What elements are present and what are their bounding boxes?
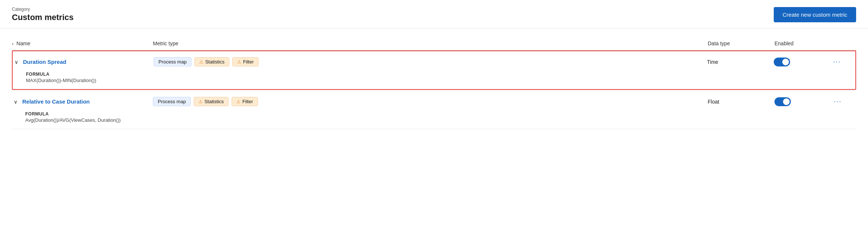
- more-btn-relative-case-duration[interactable]: ···: [834, 98, 843, 105]
- more-actions-relative-case-duration: ···: [834, 98, 856, 105]
- tag-process-map-1-label: Process map: [158, 99, 186, 104]
- warn-icon-filter-0: ⚠: [237, 59, 241, 65]
- col-name-header: › Name: [12, 40, 153, 46]
- row-name-cell-duration-spread: ∨ Duration Spread: [13, 59, 154, 65]
- table-header: › Name Metric type Data type Enabled: [12, 37, 856, 50]
- tag-statistics-1-label: Statistics: [204, 99, 224, 104]
- col-enabled-label: Enabled: [774, 40, 834, 46]
- tag-filter-0-label: Filter: [243, 59, 254, 65]
- warn-icon-statistics-0: ⚠: [199, 59, 203, 65]
- tag-process-map-1: Process map: [153, 97, 191, 106]
- chevron-expand-duration-spread[interactable]: ∨: [13, 59, 20, 65]
- row-main-relative-case-duration: ∨ Relative to Case Duration Process map …: [12, 91, 856, 110]
- page-header: Category Custom metrics Create new custo…: [0, 0, 868, 29]
- row-group-relative-case-duration: ∨ Relative to Case Duration Process map …: [12, 91, 856, 129]
- metric-name-relative-case-duration[interactable]: Relative to Case Duration: [22, 98, 90, 105]
- toggle-duration-spread[interactable]: [774, 58, 790, 66]
- warn-icon-statistics-1: ⚠: [199, 99, 203, 104]
- page-title: Custom metrics: [12, 13, 73, 22]
- tag-statistics-0-label: Statistics: [205, 59, 225, 65]
- toggle-relative-case-duration[interactable]: [774, 97, 791, 106]
- chevron-expand-relative-case-duration[interactable]: ∨: [12, 99, 19, 105]
- row-detail-duration-spread: FORMULA MAX(Duration())-MIN(Duration()): [13, 70, 855, 89]
- col-metric-type-label: Metric type: [153, 40, 708, 46]
- category-label: Category: [12, 7, 73, 12]
- data-type-relative-case-duration: Float: [708, 99, 774, 105]
- more-actions-duration-spread: ···: [833, 58, 855, 66]
- more-btn-duration-spread[interactable]: ···: [833, 58, 842, 66]
- metric-name-duration-spread[interactable]: Duration Spread: [23, 59, 66, 65]
- tag-statistics-1: ⚠ Statistics: [194, 97, 229, 106]
- tag-process-map-0-label: Process map: [158, 59, 187, 65]
- warn-icon-filter-1: ⚠: [236, 99, 240, 104]
- selected-wrapper: ∨ Duration Spread Process map ⚠ Statisti…: [12, 50, 856, 90]
- row-name-cell-relative-case-duration: ∨ Relative to Case Duration: [12, 98, 153, 105]
- data-type-duration-spread: Time: [707, 59, 774, 65]
- tag-statistics-0: ⚠ Statistics: [194, 57, 229, 66]
- col-name-label: Name: [16, 40, 30, 46]
- tag-filter-1-label: Filter: [242, 99, 253, 104]
- expand-all-button[interactable]: ›: [12, 41, 13, 46]
- row-detail-relative-case-duration: FORMULA Avg(Duration())/AVG(ViewCases, D…: [12, 110, 856, 129]
- tag-process-map-0: Process map: [154, 57, 191, 66]
- toggle-container-relative-case-duration: [774, 97, 834, 106]
- tag-filter-0: ⚠ Filter: [232, 57, 259, 66]
- create-custom-metric-button[interactable]: Create new custom metric: [774, 7, 856, 22]
- formula-label-relative-case-duration: FORMULA: [25, 111, 856, 117]
- header-left: Category Custom metrics: [12, 7, 73, 22]
- tag-filter-1: ⚠ Filter: [232, 97, 258, 106]
- table-container: › Name Metric type Data type Enabled ∨ D…: [0, 29, 868, 138]
- row-main-duration-spread: ∨ Duration Spread Process map ⚠ Statisti…: [13, 51, 855, 70]
- metric-tags-relative-case-duration: Process map ⚠ Statistics ⚠ Filter: [153, 97, 708, 106]
- formula-value-relative-case-duration: Avg(Duration())/AVG(ViewCases, Duration(…: [25, 117, 856, 123]
- formula-value-duration-spread: MAX(Duration())-MIN(Duration()): [26, 78, 855, 83]
- row-group-duration-spread: ∨ Duration Spread Process map ⚠ Statisti…: [12, 50, 856, 91]
- metric-tags-duration-spread: Process map ⚠ Statistics ⚠ Filter: [154, 57, 707, 66]
- toggle-container-duration-spread: [774, 58, 833, 66]
- col-data-type-label: Data type: [708, 40, 774, 46]
- formula-label-duration-spread: FORMULA: [26, 72, 855, 77]
